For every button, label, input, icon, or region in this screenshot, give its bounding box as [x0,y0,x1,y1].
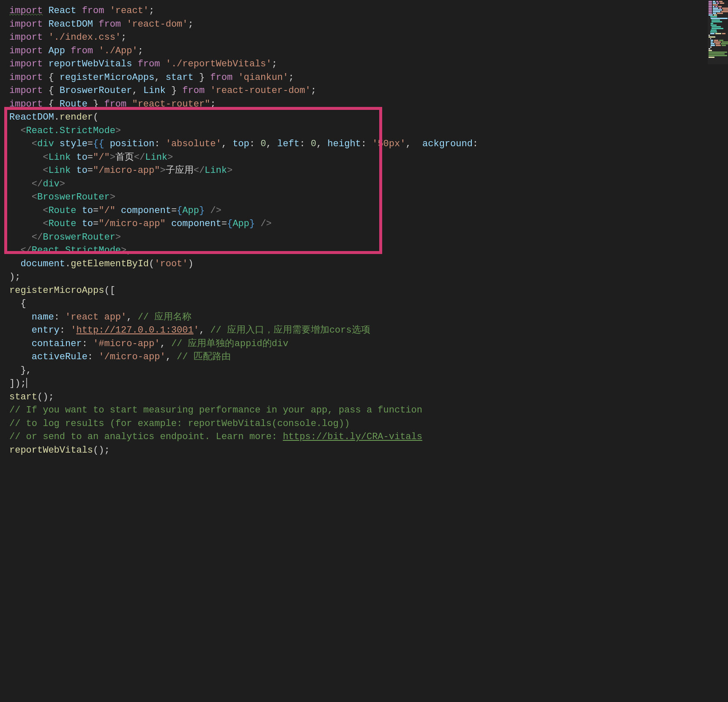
code-line[interactable]: activeRule: '/micro-app', // 匹配路由 [9,350,708,364]
code-line[interactable]: // If you want to start measuring perfor… [9,404,708,417]
code-line[interactable]: // or send to an analytics endpoint. Lea… [9,430,708,444]
code-line[interactable]: <React.StrictMode> [9,124,708,138]
code-line[interactable]: <Link to="/">首页</Link> [9,151,708,164]
code-line[interactable]: import React from 'react'; [9,4,708,18]
code-line[interactable]: import { registerMicroApps, start } from… [9,71,708,85]
code-line[interactable]: document.getElementById('root') [9,257,708,271]
editor-container: import React from 'react'; import ReactD… [0,0,728,702]
code-line[interactable]: import { Route } from "react-router"; [9,98,708,111]
code-line[interactable]: <div style={{ position: 'absolute', top:… [9,137,708,151]
code-line[interactable]: <Route to="/micro-app" component={App} /… [9,217,708,231]
comment-link[interactable]: https://bit.ly/CRA-vitals [283,432,422,442]
code-line[interactable]: ); [9,270,708,284]
code-line[interactable]: ReactDOM.render( [9,111,708,124]
code-line[interactable]: name: 'react app', // 应用名称 [9,311,708,324]
code-line[interactable]: import reportWebVitals from './reportWeb… [9,57,708,71]
code-line[interactable]: <Link to="/micro-app">子应用</Link> [9,164,708,178]
minimap-content[interactable] [708,1,728,64]
code-area[interactable]: import React from 'react'; import ReactD… [0,0,708,702]
cursor-icon [26,378,27,388]
code-line[interactable]: <BroswerRouter> [9,191,708,204]
code-line[interactable]: </React.StrictMode>, [9,244,708,257]
code-line[interactable]: import ReactDOM from 'react-dom'; [9,18,708,31]
code-line[interactable]: import App from './App'; [9,44,708,58]
code-line[interactable]: // to log results (for example: reportWe… [9,417,708,431]
code-line[interactable]: entry: 'http://127.0.0.1:3001', // 应用入口，… [9,324,708,337]
code-line[interactable]: start(); [9,391,708,404]
code-line[interactable]: </div> [9,178,708,191]
code-line[interactable]: import { BroswerRouter, Link } from 'rea… [9,84,708,98]
code-line[interactable]: </BroswerRouter> [9,231,708,244]
code-line[interactable]: ]); [9,377,708,391]
code-line[interactable]: registerMicroApps([ [9,284,708,298]
code-line[interactable]: import './index.css'; [9,31,708,44]
code-line[interactable]: }, [9,364,708,377]
code-line[interactable]: <Route to="/" component={App} /> [9,204,708,218]
code-line[interactable]: container: '#micro-app', // 应用单独的appid的d… [9,337,708,351]
minimap[interactable] [708,0,728,702]
code-line[interactable]: { [9,297,708,311]
code-line[interactable]: reportWebVitals(); [9,444,708,457]
